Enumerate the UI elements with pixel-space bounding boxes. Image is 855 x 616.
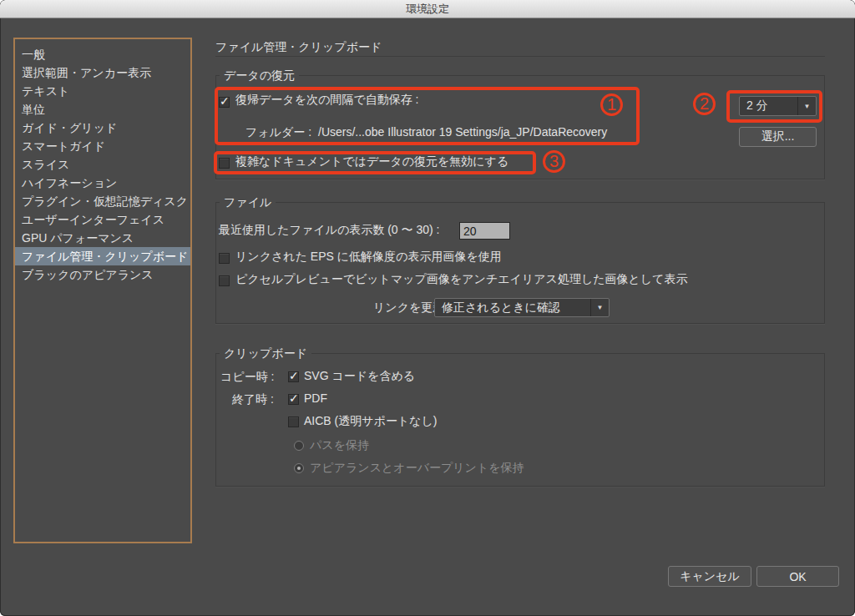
autosave-checkbox[interactable] [219, 97, 230, 108]
sidebar-item-13[interactable]: ブラックのアピアランス [15, 265, 190, 284]
preserve-appearance-radio[interactable] [294, 463, 304, 473]
on-quit-label: 終了時 : [232, 392, 274, 407]
chevron-down-icon: ▼ [590, 299, 609, 316]
update-links-value: 修正されるときに確認 [435, 300, 590, 316]
sidebar-item-2[interactable]: 選択範囲・アンカー表示 [15, 63, 190, 82]
autosave-interval-dropdown[interactable]: 2 分 ▼ [739, 96, 817, 116]
chevron-down-icon: ▼ [797, 97, 816, 115]
recent-files-label: 最近使用したファイルの表示数 (0 〜 30) : [219, 223, 439, 238]
preferences-dialog: 環境設定 一般選択範囲・アンカー表示テキスト単位ガイド・グリッドスマートガイドス… [0, 0, 855, 616]
preserve-appearance-label: アピアランスとオーバープリントを保持 [310, 461, 524, 476]
on-copy-label: コピー時 : [220, 370, 274, 385]
disable-recovery-checkbox[interactable] [219, 158, 230, 169]
folder-label: フォルダー : [245, 125, 311, 140]
sidebar-item-11[interactable]: GPU パフォーマンス [15, 229, 190, 247]
preserve-paths-radio[interactable] [294, 441, 304, 451]
disable-recovery-label: 複雑なドキュメントではデータの復元を無効にする [235, 154, 508, 169]
sidebar-item-7[interactable]: スライス [15, 155, 190, 174]
sidebar-item-9[interactable]: プラグイン・仮想記憶ディスク [15, 192, 190, 210]
pdf-checkbox[interactable] [288, 394, 299, 405]
sidebar-item-10[interactable]: ユーザーインターフェイス [15, 210, 190, 229]
sidebar-item-6[interactable]: スマートガイド [15, 137, 190, 155]
pixel-preview-label: ピクセルプレビューでビットマップ画像をアンチエイリアス処理した画像として表示 [235, 272, 688, 287]
section-label-clipboard: クリップボード [220, 346, 311, 361]
folder-path: /Users/...obe Illustrator 19 Settings/ja… [318, 125, 607, 139]
window-title: 環境設定 [406, 2, 449, 17]
svg-code-label: SVG コードを含める [304, 369, 415, 384]
choose-folder-button[interactable]: 選択... [739, 127, 817, 147]
cancel-button[interactable]: キャンセル [668, 566, 751, 587]
page-title: ファイル管理・クリップボード [215, 40, 382, 55]
sidebar-item-8[interactable]: ハイフネーション [15, 174, 190, 192]
ok-button[interactable]: OK [756, 566, 839, 587]
header-divider [215, 56, 825, 57]
sidebar-item-4[interactable]: 単位 [15, 100, 190, 119]
pdf-label: PDF [304, 391, 327, 405]
sidebar-item-12[interactable]: ファイル管理・クリップボード [15, 247, 190, 265]
aicb-label: AICB (透明サポートなし) [304, 414, 438, 429]
sidebar-item-3[interactable]: テキスト [15, 82, 190, 100]
sidebar-list: 一般選択範囲・アンカー表示テキスト単位ガイド・グリッドスマートガイドスライスハイ… [13, 38, 192, 543]
section-label-file: ファイル [220, 195, 276, 210]
recent-files-input[interactable] [459, 222, 510, 240]
update-links-dropdown[interactable]: 修正されるときに確認 ▼ [434, 298, 610, 317]
preserve-paths-label: パスを保持 [310, 438, 369, 453]
pixel-preview-checkbox[interactable] [219, 275, 230, 286]
svg-code-checkbox[interactable] [288, 371, 299, 382]
aicb-checkbox[interactable] [288, 417, 299, 427]
sidebar-item-1[interactable]: 一般 [15, 45, 190, 63]
section-label-data-recovery: データの復元 [220, 68, 299, 83]
autosave-label: 復帰データを次の間隔で自動保存 : [235, 93, 418, 108]
sidebar-item-5[interactable]: ガイド・グリッド [15, 119, 190, 137]
eps-proxy-label: リンクされた EPS に低解像度の表示用画像を使用 [235, 250, 502, 265]
autosave-interval-value: 2 分 [740, 98, 797, 114]
eps-proxy-checkbox[interactable] [219, 253, 230, 264]
titlebar: 環境設定 [0, 0, 855, 18]
